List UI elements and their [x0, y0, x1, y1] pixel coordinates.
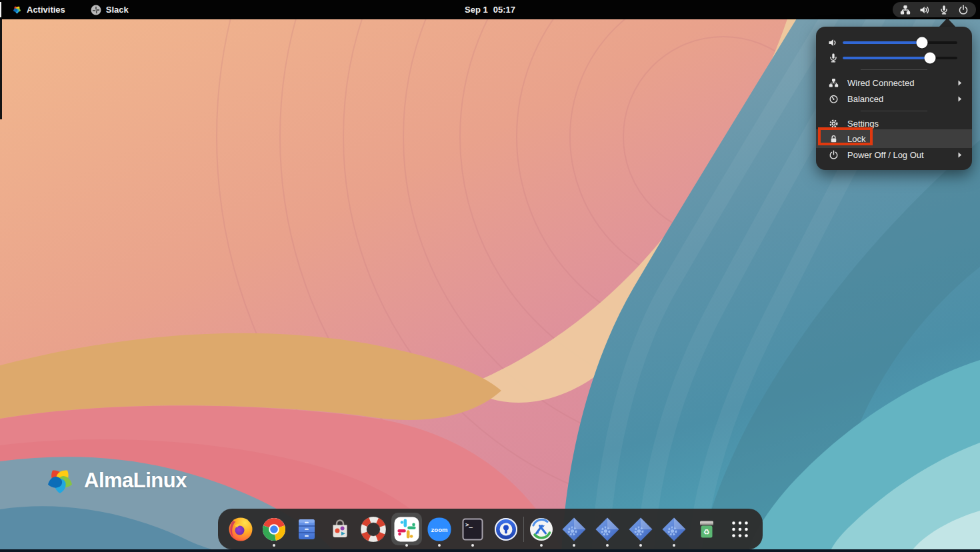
zoom-icon: zoom — [426, 516, 453, 543]
dock-item-zoom[interactable]: zoom — [423, 509, 457, 549]
executable-app-icon — [594, 516, 621, 543]
running-indicator — [438, 544, 441, 547]
dock-item-files[interactable] — [291, 509, 324, 549]
clock-date: Sep 1 — [465, 5, 488, 15]
dock-item-executable-2[interactable] — [591, 509, 624, 549]
executable-app-icon — [561, 516, 587, 543]
running-indicator — [540, 544, 543, 547]
chevron-right-icon — [958, 152, 962, 158]
slack-icon — [393, 516, 420, 543]
svg-text:zoom: zoom — [431, 525, 448, 533]
screen-bottom-edge — [0, 549, 980, 552]
slack-indicator-label: Slack — [106, 5, 129, 15]
volume-icon — [919, 5, 930, 15]
help-icon — [360, 516, 387, 543]
dock-item-help[interactable] — [357, 509, 390, 549]
dock: zoom >_ — [218, 509, 763, 549]
system-menu: Wired Connected Balanced — [816, 27, 972, 170]
screen-edge-artifact — [0, 19, 2, 119]
microphone-slider-row — [816, 50, 972, 66]
dock-item-trash[interactable]: ♻ — [690, 509, 723, 549]
1password-icon — [493, 516, 519, 543]
menu-item-label: Power Off / Log Out — [847, 150, 924, 160]
screen-edge-tick — [0, 2, 1, 17]
terminal-icon: >_ — [459, 516, 486, 543]
top-bar: Activities Slack Sep 1 05:17 — [0, 0, 980, 19]
dock-item-executable-3[interactable] — [624, 509, 657, 549]
chrome-icon — [261, 516, 287, 543]
running-indicator — [573, 544, 575, 547]
dock-item-terminal[interactable]: >_ — [456, 509, 489, 549]
executable-app-icon — [661, 516, 687, 543]
menu-item-label: Balanced — [847, 94, 883, 104]
running-indicator — [471, 544, 474, 547]
microphone-icon — [939, 5, 949, 15]
microphone-icon — [828, 53, 839, 63]
dock-item-1password[interactable] — [489, 509, 523, 549]
software-icon — [327, 516, 353, 543]
trash-icon: ♻ — [693, 516, 720, 543]
dock-item-software[interactable] — [323, 509, 357, 549]
almalinux-logo-icon — [44, 465, 76, 497]
running-indicator — [673, 544, 675, 547]
brand-text: AlmaLinux — [84, 469, 187, 493]
dock-item-chrome[interactable] — [257, 509, 291, 549]
svg-text:>_: >_ — [465, 521, 473, 527]
clock-button[interactable]: Sep 1 05:17 — [465, 5, 515, 15]
power-icon — [828, 150, 839, 160]
app-grid-icon — [727, 516, 753, 543]
chevron-right-icon — [958, 96, 962, 102]
menu-item-wired-connected[interactable]: Wired Connected — [816, 75, 972, 91]
chevron-right-icon — [958, 80, 962, 86]
power-profile-icon — [828, 94, 839, 104]
dock-item-executable-4[interactable] — [657, 509, 691, 549]
almalinux-logo-icon — [12, 5, 22, 15]
desktop-screen: AlmaLinux Activities — [0, 0, 980, 552]
slack-indicator[interactable]: Slack — [84, 0, 135, 19]
menu-item-power-off[interactable]: Power Off / Log Out — [816, 147, 972, 163]
running-indicator — [606, 544, 609, 547]
menu-item-power-profile[interactable]: Balanced — [816, 91, 972, 107]
lock-annotation — [818, 127, 873, 145]
activities-button[interactable]: Activities — [5, 0, 72, 19]
dock-item-firefox[interactable] — [224, 509, 257, 549]
files-icon — [293, 516, 320, 543]
almalinux-branding: AlmaLinux — [44, 465, 187, 497]
firefox-icon — [227, 516, 254, 543]
running-indicator — [405, 544, 408, 547]
running-indicator — [639, 544, 642, 547]
clock-time: 05:17 — [493, 5, 515, 15]
menu-pointer — [939, 18, 956, 27]
slack-tray-icon — [91, 5, 101, 15]
executable-app-icon — [627, 516, 654, 543]
menu-item-label: Wired Connected — [847, 78, 914, 88]
network-wired-icon — [828, 78, 839, 88]
menu-divider — [861, 111, 927, 111]
remote-viewer-icon — [528, 516, 555, 543]
microphone-slider[interactable] — [843, 57, 957, 59]
menu-divider — [861, 69, 927, 70]
volume-slider[interactable] — [843, 41, 957, 44]
dock-item-app-grid[interactable] — [723, 509, 757, 549]
running-indicator — [273, 544, 275, 547]
network-wired-icon — [900, 5, 911, 15]
power-icon — [958, 5, 969, 15]
svg-text:♻: ♻ — [703, 528, 710, 537]
dock-item-slack[interactable] — [390, 509, 423, 549]
activities-label: Activities — [27, 5, 65, 15]
dock-item-executable-1[interactable] — [557, 509, 591, 549]
dock-item-remote-viewer[interactable] — [525, 509, 558, 549]
volume-icon — [828, 37, 839, 48]
system-tray-button[interactable] — [893, 2, 976, 17]
volume-slider-row — [816, 35, 972, 51]
